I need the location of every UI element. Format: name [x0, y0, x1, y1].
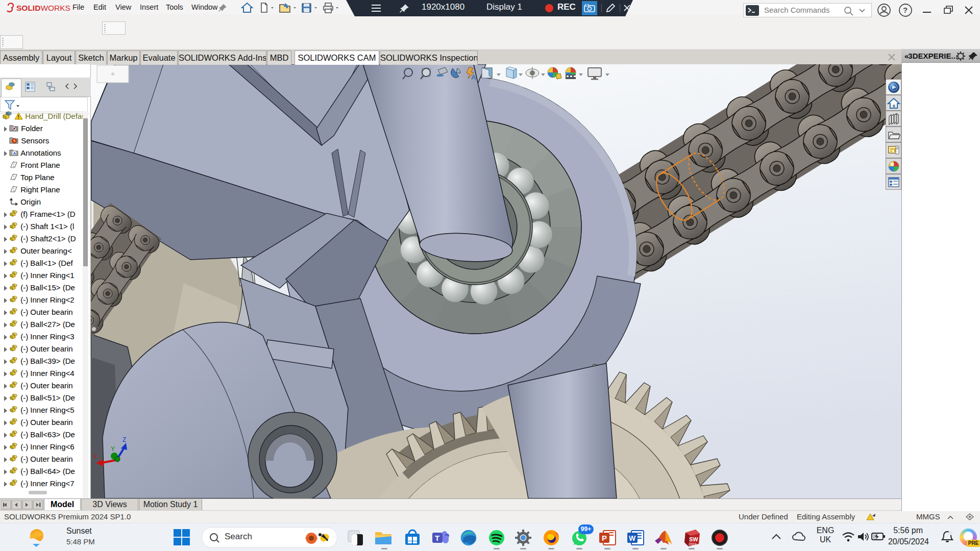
svg-text:2024: 2024: [689, 542, 697, 546]
svg-text:W: W: [629, 534, 636, 542]
svg-text:?: ?: [903, 6, 908, 14]
svg-text:Z: Z: [122, 436, 126, 443]
svg-text:SOLIDWORKS: SOLIDWORKS: [16, 4, 70, 12]
svg-text:x: x: [94, 453, 97, 460]
svg-text:A: A: [13, 151, 16, 156]
svg-text:!: !: [18, 114, 19, 120]
svg-text:SW: SW: [689, 536, 698, 542]
svg-text:P: P: [602, 534, 607, 542]
svg-text:T: T: [435, 534, 439, 542]
svg-text:Y: Y: [111, 445, 115, 453]
svg-text:A: A: [471, 73, 476, 81]
